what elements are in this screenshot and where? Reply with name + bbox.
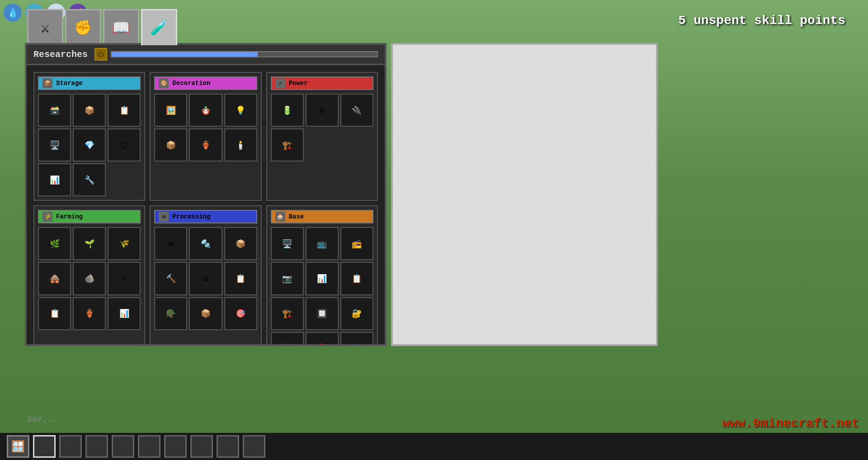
decoration-items: 🖼️ 🪆 💡 📦 🏺 🕯️ <box>154 94 257 161</box>
research-item[interactable]: 💡 <box>224 94 257 127</box>
main-panel: Researches ⬡ 📦 Storage 🗃️ 📦 📋 🖥️ 💎 ⬡ 📊 <box>25 43 387 346</box>
section-title-base: Base <box>289 213 304 220</box>
tab-skills[interactable]: ✊ <box>65 9 101 45</box>
research-item[interactable]: ⚙️ <box>154 227 187 260</box>
research-area: 📦 Storage 🗃️ 📦 📋 🖥️ 💎 ⬡ 📊 🔧 🎨 Decoration <box>27 65 385 344</box>
base-items: 🖥️ 📺 📻 📷 📊 📋 🏗️ 🔲 🔐 🔲 🔴 🔷 <box>271 227 373 344</box>
research-item[interactable]: ⬡ <box>108 128 141 161</box>
section-storage: 📦 Storage 🗃️ 📦 📋 🖥️ 💎 ⬡ 📊 🔧 <box>33 72 145 201</box>
base-section-icon: 🏠 <box>275 212 285 222</box>
research-item[interactable]: 📊 <box>38 163 71 196</box>
research-item[interactable]: 🔋 <box>271 94 304 127</box>
research-item[interactable]: ⚙️ <box>306 94 339 127</box>
storage-section-icon: 📦 <box>42 78 52 88</box>
book-icon: 📖 <box>112 19 130 37</box>
hotbar-slot-1[interactable] <box>59 435 82 458</box>
research-item[interactable]: 📦 <box>224 227 257 260</box>
hotbar-slot-8[interactable] <box>243 435 265 458</box>
research-item[interactable]: 📊 <box>306 262 339 295</box>
hotbar-slot-4[interactable] <box>138 435 160 458</box>
processing-section-icon: ⚙️ <box>159 212 169 222</box>
research-item[interactable]: 🔨 <box>154 262 187 295</box>
research-item[interactable]: 📺 <box>306 227 339 260</box>
hotbar-slot-5[interactable] <box>164 435 187 458</box>
panel-title: Researches <box>33 49 88 60</box>
farming-section-icon: 🌾 <box>42 212 52 222</box>
section-title-storage: Storage <box>56 80 83 87</box>
research-item[interactable]: 🏗️ <box>271 297 304 330</box>
research-item[interactable]: 📻 <box>340 227 373 260</box>
research-item[interactable]: 🛖 <box>38 262 71 295</box>
research-item[interactable]: 🌱 <box>73 227 106 260</box>
watermark: www.9minecraft.net <box>722 417 859 431</box>
section-base: 🏠 Base 🖥️ 📺 📻 📷 📊 📋 🏗️ 🔲 🔐 🔲 🔴 🔷 <box>266 205 378 344</box>
research-item[interactable]: 🏺 <box>189 128 222 161</box>
research-item[interactable]: 🔷 <box>340 332 373 344</box>
combat-icon: ⚔️ <box>41 19 49 37</box>
section-power: ⚡ Power 🔋 ⚙️ 🔌 🏗️ <box>266 72 378 201</box>
research-item[interactable]: 🔲 <box>306 297 339 330</box>
storage-items: 🗃️ 📦 📋 🖥️ 💎 ⬡ 📊 🔧 <box>38 94 141 196</box>
research-item-empty <box>306 128 339 161</box>
research-item[interactable]: 🏗️ <box>271 128 304 161</box>
hotbar-slot-0[interactable] <box>33 435 56 458</box>
research-item-empty <box>108 163 141 196</box>
research-item[interactable]: 🏺 <box>73 297 106 330</box>
research-item[interactable]: 📦 <box>73 94 106 127</box>
tab-potions[interactable]: 🧪 <box>141 9 177 45</box>
research-item[interactable]: 🪖 <box>154 297 187 330</box>
hotbar-slot-7[interactable] <box>217 435 239 458</box>
section-header-processing: ⚙️ Processing <box>154 210 257 223</box>
research-item[interactable]: 🗃️ <box>38 94 71 127</box>
research-item-empty <box>340 128 373 161</box>
section-title-power: Power <box>289 80 308 87</box>
research-item[interactable]: 🪨 <box>73 262 106 295</box>
xp-bar <box>111 51 378 57</box>
research-item[interactable]: 🔧 <box>73 163 106 196</box>
research-item[interactable]: 🖥️ <box>38 128 71 161</box>
section-title-processing: Processing <box>172 213 210 220</box>
right-panel <box>391 43 658 346</box>
research-item[interactable]: 🖥️ <box>271 227 304 260</box>
bottom-bar: 🪟 <box>0 433 868 460</box>
research-item[interactable]: 🔐 <box>340 297 373 330</box>
research-item[interactable]: 🔩 <box>189 227 222 260</box>
research-item[interactable]: ⚙️ <box>189 262 222 295</box>
hotbar-slot-3[interactable] <box>112 435 134 458</box>
power-section-icon: ⚡ <box>275 78 285 88</box>
research-item[interactable]: 🌾 <box>108 227 141 260</box>
research-item[interactable]: 💎 <box>73 128 106 161</box>
hotbar-slot-6[interactable] <box>190 435 213 458</box>
research-item[interactable]: 📦 <box>189 297 222 330</box>
research-item[interactable]: 🔌 <box>340 94 373 127</box>
research-item[interactable]: 🖼️ <box>154 94 187 127</box>
section-farming: 🌾 Farming 🌿 🌱 🌾 🛖 🪨 ⬆️ 📋 🏺 📊 <box>33 205 145 344</box>
research-item[interactable]: 📋 <box>38 297 71 330</box>
research-item[interactable]: 📋 <box>340 262 373 295</box>
skill-points-label: 5 unspent skill points <box>678 14 845 28</box>
power-items: 🔋 ⚙️ 🔌 🏗️ <box>271 94 373 161</box>
research-item[interactable]: 📋 <box>224 262 257 295</box>
panel-header: Researches ⬡ <box>27 45 385 65</box>
section-header-base: 🏠 Base <box>271 210 373 223</box>
research-item[interactable]: 🌿 <box>38 227 71 260</box>
section-title-decoration: Decoration <box>172 80 210 87</box>
research-item[interactable]: ⬆️ <box>108 262 141 295</box>
skills-icon: ✊ <box>74 19 92 37</box>
research-item[interactable]: 🕯️ <box>224 128 257 161</box>
section-processing: ⚙️ Processing ⚙️ 🔩 📦 🔨 ⚙️ 📋 🪖 📦 🎯 <box>150 205 261 344</box>
hotbar-slot-2[interactable] <box>85 435 108 458</box>
tab-combat[interactable]: ⚔️ <box>27 9 63 45</box>
research-item[interactable]: 🔲 <box>271 332 304 344</box>
research-item[interactable]: 📋 <box>108 94 141 127</box>
bottom-left-icon[interactable]: 🪟 <box>7 435 29 458</box>
research-item[interactable]: 📦 <box>154 128 187 161</box>
tab-book[interactable]: 📖 <box>103 9 139 45</box>
research-item[interactable]: 📷 <box>271 262 304 295</box>
research-item[interactable]: 📊 <box>108 297 141 330</box>
research-item[interactable]: 🔴 <box>306 332 339 344</box>
research-item[interactable]: 🎯 <box>224 297 257 330</box>
research-item[interactable]: 🪆 <box>189 94 222 127</box>
section-header-decoration: 🎨 Decoration <box>154 76 257 90</box>
save-text: Sav... <box>27 415 57 424</box>
